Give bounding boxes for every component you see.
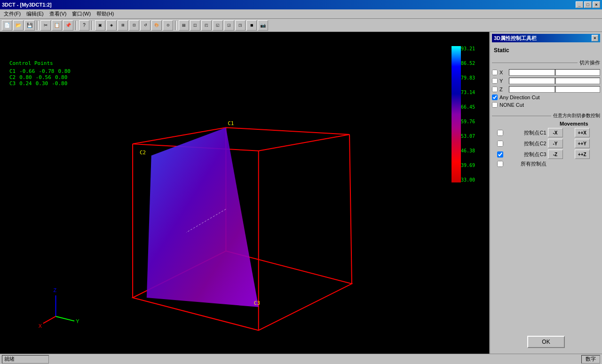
c2-plus-y-btn[interactable]: ++Y [575, 139, 590, 148]
c3-label: 控制点C3 [510, 151, 546, 158]
toolbar-camera[interactable]: 📷 [258, 20, 268, 31]
toolbar-b10[interactable]: ◰ [201, 20, 212, 31]
y-slice-label: Y [499, 78, 507, 84]
c2-checkbox[interactable] [492, 141, 508, 147]
toolbar-sep3 [91, 21, 93, 30]
toolbar-b2[interactable]: ◈ [106, 20, 117, 31]
panel-title-bar: 3D属性控制工具栏 × [492, 34, 600, 42]
x-slice-checkbox[interactable] [492, 70, 498, 75]
any-direction-cut-row: Any Direction Cut [492, 95, 600, 100]
z-slice-checkbox[interactable] [492, 87, 498, 92]
all-checkbox[interactable] [492, 161, 508, 167]
z-slice-label: Z [499, 87, 507, 92]
svg-text:C3: C3 [254, 300, 260, 306]
c2-label: 控制点C2 [510, 140, 546, 147]
toolbar-open[interactable]: 📂 [13, 20, 24, 31]
toolbar-help[interactable]: ? [79, 20, 89, 31]
c1-label: 控制点C1 [510, 129, 546, 136]
scale-val-0: 93.21 [461, 46, 475, 51]
menu-file[interactable]: 文件(F) [1, 9, 24, 18]
svg-line-4 [349, 135, 352, 284]
3d-scene: C1 C2 C3 Z Y X [0, 32, 489, 354]
c3-minus-z-btn[interactable]: -Z [548, 150, 563, 159]
svg-text:Z: Z [54, 287, 57, 293]
all-label: 所有控制点 [510, 160, 546, 167]
any-direction-cut-checkbox[interactable] [492, 95, 498, 100]
scale-labels: 93.21 86.52 79.83 73.14 66.45 59.76 53.0… [461, 46, 475, 182]
svg-text:C2: C2 [140, 150, 146, 156]
toolbar-b5[interactable]: ↺ [140, 20, 150, 31]
toolbar-b9[interactable]: ◫ [190, 20, 200, 31]
scale-val-8: 39.69 [461, 163, 475, 168]
static-label: Static [494, 47, 600, 54]
toolbar-b14[interactable]: ◼ [246, 20, 257, 31]
toolbar-b13[interactable]: ◳ [235, 20, 246, 31]
color-scale-bar [452, 46, 461, 182]
toolbar-b1[interactable]: ▣ [95, 20, 105, 31]
title-text: 3DCT - [My3DCT1:2] [2, 2, 52, 8]
scale-val-3: 73.14 [461, 90, 475, 95]
toolbar-b8[interactable]: ▤ [179, 20, 189, 31]
toolbar: 📄 📂 💾 ✂ 📋 📌 ? ▣ ◈ ⊞ ⊡ ↺ 🎨 ⊙ ▤ ◫ ◰ ◱ ◲ ◳ … [0, 19, 602, 32]
x-slice-label: X [499, 70, 507, 75]
svg-marker-1 [133, 127, 349, 151]
toolbar-b4[interactable]: ⊡ [129, 20, 139, 31]
c1-checkbox[interactable] [492, 130, 508, 136]
maximize-btn[interactable]: □ [584, 1, 592, 8]
toolbar-cut[interactable]: ✂ [40, 20, 51, 31]
menu-edit[interactable]: 编辑(E) [24, 9, 47, 18]
toolbar-sep1 [37, 21, 39, 30]
toolbar-b6[interactable]: 🎨 [151, 20, 162, 31]
c2-minus-y-btn[interactable]: -Y [548, 139, 563, 148]
y-slice-row: Y [492, 78, 600, 84]
none-cut-label: NONE Cut [499, 102, 524, 108]
ok-button[interactable]: OK [527, 336, 565, 348]
menu-view[interactable]: 查看(V) [47, 9, 70, 18]
y-slice-checkbox[interactable] [492, 78, 498, 84]
toolbar-b11[interactable]: ◱ [213, 20, 223, 31]
toolbar-b3[interactable]: ⊞ [118, 20, 128, 31]
slice-section-title: 切片操作 [492, 59, 600, 66]
menu-window[interactable]: 窗口(W) [69, 9, 94, 18]
svg-text:C1: C1 [228, 120, 234, 127]
close-btn[interactable]: × [593, 1, 600, 8]
c1-plus-x-btn[interactable]: ++X [575, 128, 590, 137]
c3-plus-z-btn[interactable]: ++Z [575, 150, 590, 159]
toolbar-b7[interactable]: ⊙ [163, 20, 173, 31]
panel-title-text: 3D属性控制工具栏 [494, 35, 537, 42]
z-slice-slider[interactable] [509, 86, 600, 93]
c3-checkbox[interactable] [492, 151, 508, 158]
toolbar-save[interactable]: 💾 [24, 20, 35, 31]
scale-val-4: 66.45 [461, 104, 475, 110]
scale-val-7: 46.38 [461, 148, 475, 153]
title-bar-buttons: _ □ × [576, 1, 600, 8]
title-bar: 3DCT - [My3DCT1:2] _ □ × [0, 0, 602, 9]
svg-text:X: X [39, 323, 42, 329]
status-right: 数字 [581, 355, 600, 364]
canvas-area[interactable]: Control Points C1 -0.66 -0.78 0.80 C2 0.… [0, 32, 489, 354]
c1-minus-x-btn[interactable]: -X [548, 128, 563, 137]
minimize-btn[interactable]: _ [576, 1, 583, 8]
toolbar-new[interactable]: 📄 [2, 20, 12, 31]
menu-bar: 文件(F) 编辑(E) 查看(V) 窗口(W) 帮助(H) [0, 9, 602, 19]
y-slice-slider[interactable] [509, 78, 600, 84]
x-slice-row: X [492, 69, 600, 76]
subsection-title: 任意方向剖切参数控制 [492, 112, 600, 119]
scale-val-1: 86.52 [461, 61, 475, 66]
toolbar-b12[interactable]: ◲ [224, 20, 234, 31]
svg-line-15 [43, 317, 56, 324]
x-slice-slider[interactable] [509, 69, 600, 76]
scale-val-5: 59.76 [461, 119, 475, 124]
none-cut-row: NONE Cut [492, 102, 600, 108]
movements-header: Movements [548, 121, 601, 127]
svg-marker-6 [147, 127, 259, 307]
menu-help[interactable]: 帮助(H) [94, 9, 117, 18]
toolbar-sep2 [75, 21, 77, 30]
scale-val-2: 79.83 [461, 75, 475, 80]
none-cut-checkbox[interactable] [492, 102, 498, 108]
toolbar-paste[interactable]: 📌 [63, 20, 73, 31]
panel-close-button[interactable]: × [592, 35, 598, 41]
scale-val-6: 53.07 [461, 134, 475, 139]
toolbar-copy[interactable]: 📋 [52, 20, 62, 31]
any-direction-cut-label: Any Direction Cut [499, 95, 540, 100]
